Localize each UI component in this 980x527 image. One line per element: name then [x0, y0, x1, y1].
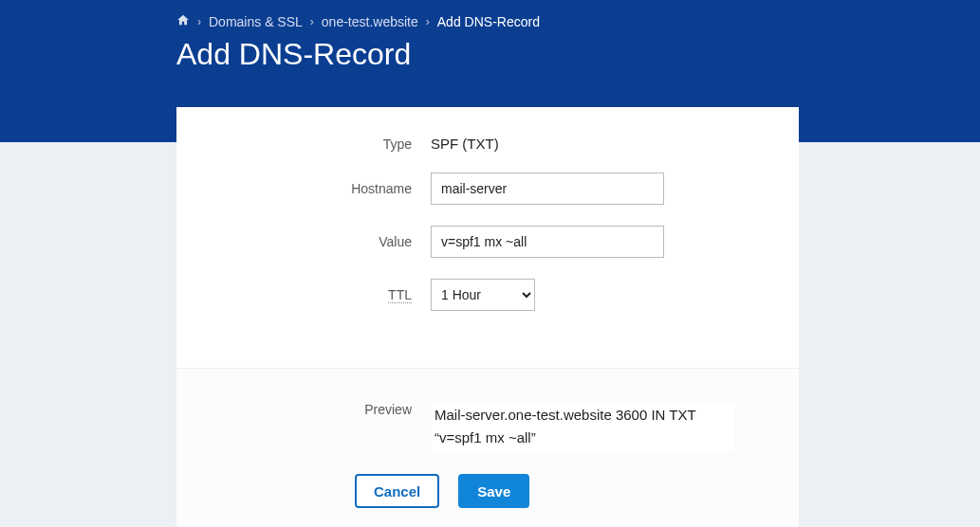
ttl-label: TTL — [388, 287, 412, 303]
breadcrumb-link-domains[interactable]: Domains & SSL — [209, 14, 303, 29]
preview-section: Preview Mail-server.one-test.website 360… — [176, 368, 799, 527]
row-type: Type SPF (TXT) — [176, 136, 799, 152]
hostname-input[interactable] — [431, 173, 664, 205]
value-input[interactable] — [431, 226, 664, 258]
type-label: Type — [176, 136, 431, 152]
page-title: Add DNS-Record — [176, 37, 980, 72]
form-section: Type SPF (TXT) Hostname Value TTL 1 Hour — [176, 107, 799, 311]
chevron-right-icon: › — [310, 15, 314, 28]
row-ttl: TTL 1 Hour — [176, 279, 799, 311]
preview-text: Mail-server.one-test.website 3600 IN TXT… — [431, 402, 734, 451]
type-value: SPF (TXT) — [431, 136, 499, 152]
breadcrumb-link-domain[interactable]: one-test.website — [322, 14, 418, 29]
row-preview: Preview Mail-server.one-test.website 360… — [176, 402, 799, 451]
home-icon[interactable] — [176, 13, 190, 29]
button-row: Cancel Save — [176, 474, 799, 508]
hostname-label: Hostname — [176, 181, 431, 196]
cancel-button[interactable]: Cancel — [355, 474, 439, 508]
row-hostname: Hostname — [176, 173, 799, 205]
value-label: Value — [176, 234, 431, 249]
form-panel: Type SPF (TXT) Hostname Value TTL 1 Hour… — [176, 107, 799, 527]
breadcrumb: › Domains & SSL › one-test.website › Add… — [176, 13, 980, 29]
chevron-right-icon: › — [426, 15, 430, 28]
chevron-right-icon: › — [197, 15, 201, 28]
save-button[interactable]: Save — [458, 474, 529, 508]
row-value: Value — [176, 226, 799, 258]
breadcrumb-current: Add DNS-Record — [437, 14, 540, 29]
ttl-select[interactable]: 1 Hour — [431, 279, 535, 311]
preview-label: Preview — [176, 402, 431, 451]
